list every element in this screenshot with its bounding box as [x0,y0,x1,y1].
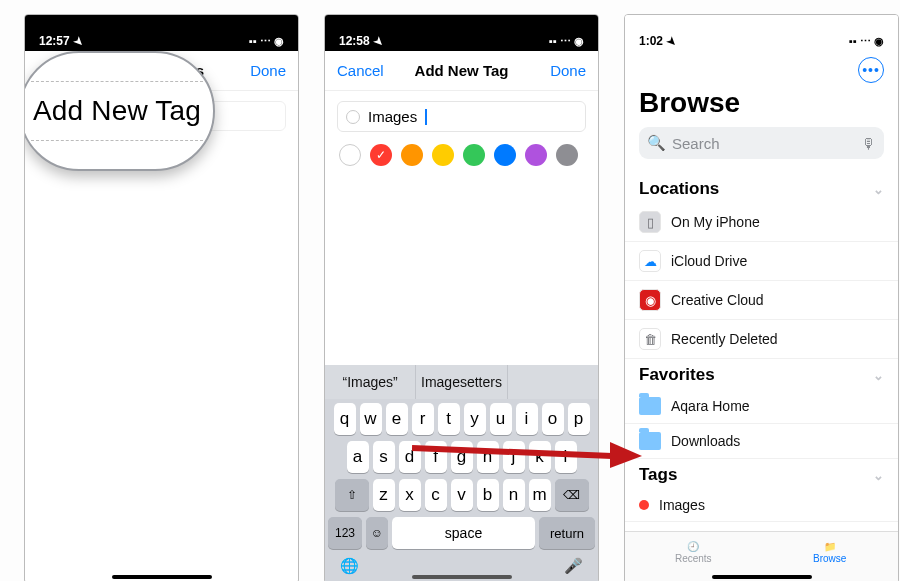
folder-icon: 📁 [824,541,836,552]
status-bar: 12:57➤ ▪▪ ⋯ ◉ [25,15,298,51]
tag-name-field[interactable]: Images [337,101,586,132]
tag-color-swatch[interactable] [401,144,423,166]
key-s[interactable]: s [373,441,395,473]
key-a[interactable]: a [347,441,369,473]
key-d[interactable]: d [399,441,421,473]
key-n[interactable]: n [503,479,525,511]
key-x[interactable]: x [399,479,421,511]
location-row[interactable]: ▯On My iPhone [625,203,898,242]
done-button[interactable]: Done [534,62,586,79]
tag-color-swatch[interactable] [463,144,485,166]
home-indicator [112,575,212,579]
emoji-key[interactable]: ☺ [366,517,388,549]
shift-key[interactable]: ⇧ [335,479,369,511]
folder-icon [639,397,661,415]
tab-recents[interactable]: 🕘 Recents [625,532,762,573]
key-e[interactable]: e [386,403,408,435]
tag-color-swatch[interactable] [432,144,454,166]
key-b[interactable]: b [477,479,499,511]
key-r[interactable]: r [412,403,434,435]
tag-color-swatch[interactable] [494,144,516,166]
key-l[interactable]: l [555,441,577,473]
key-o[interactable]: o [542,403,564,435]
cancel-button[interactable]: Cancel [337,62,389,79]
text-cursor [425,109,427,125]
delete-key[interactable]: ⌫ [555,479,589,511]
key-y[interactable]: y [464,403,486,435]
status-bar: 12:58➤ ▪▪ ⋯ ◉ [325,15,598,51]
key-k[interactable]: k [529,441,551,473]
key-c[interactable]: c [425,479,447,511]
favorite-row[interactable]: Downloads [625,424,898,459]
tag-color-swatch[interactable] [556,144,578,166]
tags-header[interactable]: Tags ⌄ [625,459,898,489]
tag-name-value: Images [368,108,417,125]
globe-key[interactable]: 🌐 [340,557,359,575]
locations-header[interactable]: Locations ⌄ [625,173,898,203]
key-i[interactable]: i [516,403,538,435]
magnifier-text: Add New Tag [33,95,201,127]
key-j[interactable]: j [503,441,525,473]
more-options-button[interactable]: ••• [858,57,884,83]
search-icon: 🔍 [647,134,666,152]
tab-browse[interactable]: 📁 Browse [762,532,899,573]
key-h[interactable]: h [477,441,499,473]
status-time: 1:02 [639,34,663,48]
status-bar: 1:02➤ ▪▪ ⋯ ◉ [625,15,898,51]
key-f[interactable]: f [425,441,447,473]
return-key[interactable]: return [539,517,595,549]
keyboard-suggestion[interactable]: “Images” [325,365,416,399]
key-m[interactable]: m [529,479,551,511]
location-row[interactable]: 🗑Recently Deleted [625,320,898,359]
nav-bar: Cancel Add New Tag Done [325,51,598,91]
location-icon: ➤ [370,33,386,49]
tag-color-swatch[interactable] [339,144,361,166]
location-row[interactable]: ◉Creative Cloud [625,281,898,320]
tag-color-row: ✓ [325,140,598,170]
ios-keyboard[interactable]: “Images”Imagesetters qwertyuiop asdfghjk… [325,365,598,581]
key-w[interactable]: w [360,403,382,435]
key-g[interactable]: g [451,441,473,473]
nav-title: Add New Tag [389,62,534,79]
screenshot-add-new-tag-keyboard: 12:58➤ ▪▪ ⋯ ◉ Cancel Add New Tag Done Im… [324,14,599,581]
tag-color-icon [639,500,649,510]
clock-icon: 🕘 [687,541,699,552]
home-indicator [412,575,512,579]
status-right: ▪▪ ⋯ ◉ [849,35,884,48]
favorites-header[interactable]: Favorites ⌄ [625,359,898,389]
location-icon: ➤ [70,33,86,49]
dictation-icon[interactable]: 🎙 [861,135,876,152]
search-input[interactable]: 🔍 Search 🎙 [639,127,884,159]
cc-icon: ◉ [639,289,661,311]
keyboard-suggestions[interactable]: “Images”Imagesetters [325,365,598,399]
screenshot-files-browse: 1:02➤ ▪▪ ⋯ ◉ ••• Browse 🔍 Search 🎙 Locat… [624,14,899,581]
favorite-row[interactable]: Aqara Home [625,389,898,424]
status-right: ▪▪ ⋯ ◉ [549,35,584,48]
phone-icon: ▯ [639,211,661,233]
key-q[interactable]: q [334,403,356,435]
folder-icon [639,432,661,450]
status-time: 12:57 [39,34,70,48]
page-title: Browse [625,85,898,127]
key-u[interactable]: u [490,403,512,435]
cloud-icon: ☁︎ [639,250,661,272]
tag-color-swatch[interactable]: ✓ [370,144,392,166]
done-button[interactable]: Done [234,62,286,79]
space-key[interactable]: space [392,517,535,549]
keyboard-suggestion[interactable] [508,365,598,399]
key-p[interactable]: p [568,403,590,435]
tag-color-swatch[interactable] [525,144,547,166]
keyboard-suggestion[interactable]: Imagesetters [416,365,507,399]
screenshot-add-new-tag-zoom: 12:57➤ ▪▪ ⋯ ◉ gs Done Add New Tag [24,14,299,581]
dictation-key[interactable]: 🎤 [564,557,583,575]
status-right: ▪▪ ⋯ ◉ [249,35,284,48]
key-v[interactable]: v [451,479,473,511]
key-z[interactable]: z [373,479,395,511]
tag-row[interactable]: Images [625,489,898,522]
chevron-down-icon: ⌄ [873,368,884,383]
numbers-key[interactable]: 123 [328,517,362,549]
tag-color-preview-icon [346,110,360,124]
location-row[interactable]: ☁︎iCloud Drive [625,242,898,281]
trash-icon: 🗑 [639,328,661,350]
key-t[interactable]: t [438,403,460,435]
